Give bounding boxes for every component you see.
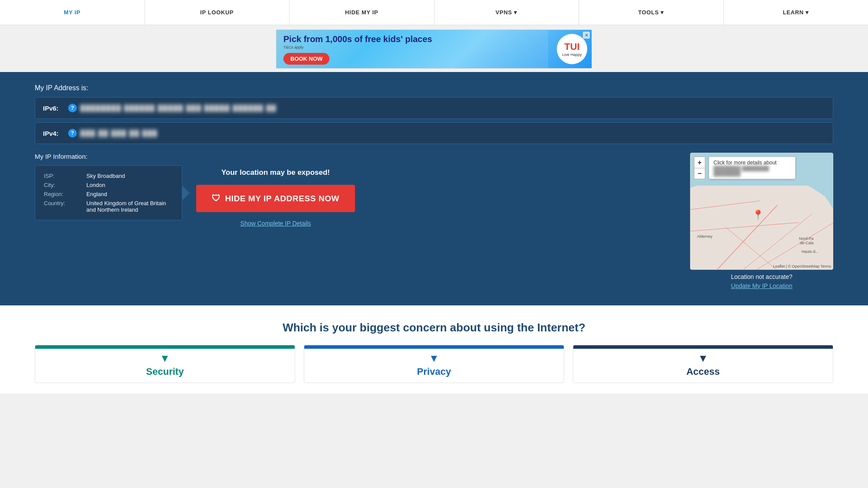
concern-card-access[interactable]: ▼ Access <box>573 345 833 383</box>
ip-info-label: My IP Information: <box>35 153 182 160</box>
country-row: Country: United Kingdom of Great Britain… <box>44 200 173 213</box>
concern-title: Which is your biggest concern about usin… <box>35 321 833 334</box>
map-tooltip[interactable]: Click for more details about ████████ ██… <box>709 157 796 179</box>
ad-book-button[interactable]: BOOK NOW <box>283 53 329 65</box>
access-arrow-icon: ▼ <box>698 352 708 364</box>
region-key: Region: <box>44 191 83 197</box>
ipv4-label: IPv4: <box>43 130 65 137</box>
ip-info-box: ISP: Sky Broadband City: London Region: … <box>35 165 182 220</box>
map-tooltip-ip: ████████ ████████ ████████ <box>713 166 791 176</box>
ad-box[interactable]: Pick from 1,000s of free kids' places T&… <box>276 29 592 69</box>
nav-vpns[interactable]: VPNS ▾ <box>434 0 579 25</box>
hide-btn-label: HIDE MY IP ADDRESS NOW <box>225 194 339 203</box>
main-ip-section: My IP Address is: IPv6: ? ████████ █████… <box>0 72 868 305</box>
ipv6-tooltip-icon[interactable]: ? <box>68 104 77 112</box>
map-pin-icon: 📍 <box>752 209 764 221</box>
map-zoom-in[interactable]: + <box>694 157 705 168</box>
update-location-link[interactable]: Update My IP Location <box>731 282 792 289</box>
concern-card-privacy[interactable]: ▼ Privacy <box>304 345 564 383</box>
show-details-link[interactable]: Show Complete IP Details <box>240 220 311 227</box>
city-row: City: London <box>44 182 173 188</box>
ipv4-row: IPv4: ? ███ ██ ███ ██ ███ <box>35 122 833 144</box>
map-label-nord: Nord-Pa <box>799 236 814 241</box>
ad-banner: Pick from 1,000s of free kids' places T&… <box>0 25 868 72</box>
map-label-alderney: Alderney <box>697 234 713 239</box>
concern-card-security[interactable]: ▼ Security <box>35 345 295 383</box>
ad-image-decoration <box>461 30 548 68</box>
map-container[interactable]: Nord-Pa de-Cala Hauts-d... Alderney 📍 + … <box>690 153 833 270</box>
shield-icon: 🛡 <box>212 193 221 203</box>
ipv6-label: IPv6: <box>43 105 65 112</box>
ipv6-row: IPv6: ? ████████ ██████ █████ ███ █████ … <box>35 97 833 119</box>
city-key: City: <box>44 182 83 188</box>
hide-ip-button[interactable]: 🛡 HIDE MY IP ADDRESS NOW <box>196 185 355 212</box>
map-tooltip-text: Click for more details about <box>713 160 791 166</box>
left-center-area: My IP Information: ISP: Sky Broadband Ci… <box>35 153 680 290</box>
access-card-top <box>573 345 833 349</box>
exposed-warning: Your location may be exposed! <box>221 168 330 177</box>
access-label: Access <box>686 366 720 381</box>
tui-logo: TUI Live Happy <box>557 34 587 64</box>
my-ip-label: My IP Address is: <box>35 84 833 92</box>
isp-value: Sky Broadband <box>86 173 173 179</box>
nav-learn[interactable]: LEARN ▾ <box>724 0 868 25</box>
ipv4-value: ███ ██ ███ ██ ███ <box>80 130 158 137</box>
ad-title: Pick from 1,000s of free kids' places <box>283 34 432 44</box>
ipv4-tooltip-icon[interactable]: ? <box>68 129 77 138</box>
nav-ip-lookup[interactable]: IP LOOKUP <box>145 0 290 25</box>
security-card-top <box>35 345 295 349</box>
map-zoom-out[interactable]: − <box>694 168 705 179</box>
map-controls: + − <box>694 157 705 179</box>
content-row: My IP Information: ISP: Sky Broadband Ci… <box>35 153 833 290</box>
isp-key: ISP: <box>44 173 83 179</box>
navigation: MY IP IP LOOKUP HIDE MY IP VPNS ▾ TOOLS … <box>0 0 868 25</box>
privacy-card-top <box>304 345 564 349</box>
nav-tools[interactable]: TOOLS ▾ <box>579 0 724 25</box>
concern-section: Which is your biggest concern about usin… <box>0 305 868 393</box>
map-label-nord2: de-Cala <box>800 241 814 245</box>
location-section: Location not accurate? Update My IP Loca… <box>690 273 833 290</box>
nav-hide-my-ip[interactable]: HIDE MY IP <box>289 0 434 25</box>
concern-cards: ▼ Security ▼ Privacy ▼ Access <box>35 345 833 383</box>
region-value: England <box>86 191 173 197</box>
map-area: Nord-Pa de-Cala Hauts-d... Alderney 📍 + … <box>690 153 833 290</box>
city-value: London <box>86 182 173 188</box>
ad-close-button[interactable]: ✕ <box>583 32 590 39</box>
security-label: Security <box>146 366 184 381</box>
ad-small: T&Cs apply <box>283 45 432 49</box>
country-key: Country: <box>44 200 83 213</box>
ipv6-value: ████████ ██████ █████ ███ █████ ██████ █… <box>80 105 277 111</box>
location-not-accurate-text: Location not accurate? <box>690 273 833 280</box>
privacy-arrow-icon: ▼ <box>429 352 439 364</box>
country-value: United Kingdom of Great Britain and Nort… <box>86 200 173 213</box>
security-arrow-icon: ▼ <box>160 352 170 364</box>
map-label-hauts: Hauts-d... <box>802 249 819 254</box>
ad-text: Pick from 1,000s of free kids' places T&… <box>276 29 439 69</box>
region-row: Region: England <box>44 191 173 197</box>
ip-info-area: My IP Information: ISP: Sky Broadband Ci… <box>35 153 182 220</box>
map-attribution: Leaflet | © OpenStreetMap Terms <box>773 264 831 269</box>
isp-row: ISP: Sky Broadband <box>44 173 173 179</box>
action-area: Your location may be exposed! 🛡 HIDE MY … <box>196 168 355 227</box>
nav-my-ip[interactable]: MY IP <box>0 0 145 25</box>
privacy-label: Privacy <box>417 366 451 381</box>
